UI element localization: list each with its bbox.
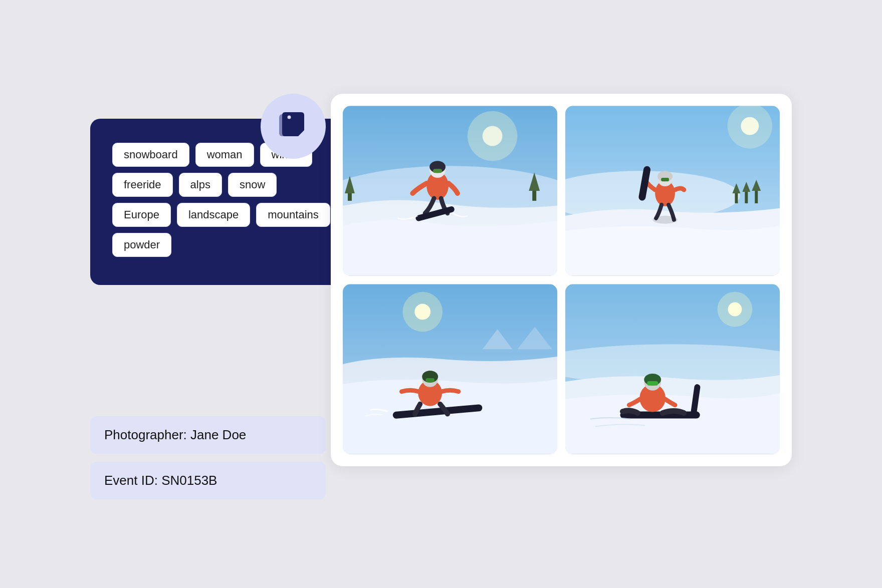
copy-tag-icon — [276, 109, 310, 143]
tag-freeride[interactable]: freeride — [112, 173, 173, 197]
photo-3[interactable] — [343, 284, 557, 454]
photos-grid — [343, 106, 780, 454]
event-info: Event ID: SN0153B — [90, 462, 326, 499]
svg-point-1 — [288, 116, 291, 119]
tag-powder[interactable]: powder — [112, 233, 171, 257]
svg-rect-13 — [433, 169, 442, 173]
photo-2[interactable] — [565, 106, 780, 276]
svg-point-33 — [414, 304, 430, 320]
svg-point-30 — [652, 216, 678, 224]
info-boxes: Photographer: Jane Doe Event ID: SN0153B — [90, 416, 326, 499]
tag-snow[interactable]: snow — [228, 173, 277, 197]
event-label: Event ID: SN0153B — [104, 473, 217, 488]
svg-rect-28 — [661, 178, 669, 181]
photographer-label: Photographer: Jane Doe — [104, 427, 246, 442]
main-scene: snowboard woman winter freeride alps sno… — [90, 79, 792, 509]
photos-panel — [331, 94, 792, 466]
tags-grid: snowboard woman winter freeride alps sno… — [112, 143, 334, 257]
svg-point-42 — [728, 303, 742, 317]
tag-woman[interactable]: woman — [195, 143, 254, 167]
svg-rect-21 — [745, 190, 748, 203]
photo-1[interactable] — [343, 106, 557, 276]
tag-landscape[interactable]: landscape — [177, 203, 250, 227]
svg-point-4 — [483, 126, 503, 146]
copy-tag-bubble[interactable] — [261, 94, 326, 159]
tag-europe[interactable]: Europe — [112, 203, 171, 227]
svg-point-18 — [741, 117, 759, 135]
tag-mountains[interactable]: mountains — [256, 203, 330, 227]
svg-rect-47 — [647, 381, 658, 386]
photo-4[interactable] — [565, 284, 780, 454]
tag-alps[interactable]: alps — [179, 173, 222, 197]
svg-rect-38 — [425, 378, 434, 382]
photographer-info: Photographer: Jane Doe — [90, 416, 326, 454]
tag-snowboard[interactable]: snowboard — [112, 143, 189, 167]
